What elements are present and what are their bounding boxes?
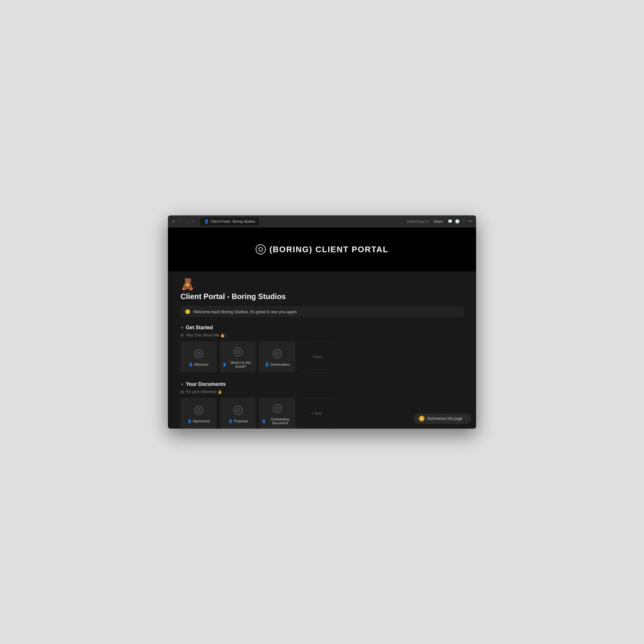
- card-icon-onboarding: [271, 402, 284, 415]
- tab-favicon: 👤: [204, 219, 209, 224]
- card-icon-whats-in-portal: [232, 346, 244, 358]
- card-icon-proposal: [232, 404, 244, 417]
- card-label-deliverables: 👤 Deliverables: [265, 363, 290, 367]
- hero-banner: (BORING) CLIENT PORTAL: [168, 227, 476, 271]
- summarize-label: Summarize this page: [427, 416, 463, 421]
- browser-window: ≡ ← → + 👤 Client Portal - Boring Studios…: [168, 215, 476, 429]
- tab-bar: 👤 Client Portal - Boring Studios: [200, 217, 404, 225]
- bear-emoji: 🧸: [180, 278, 464, 291]
- clock-icon[interactable]: 🕐: [455, 219, 460, 224]
- refresh-button[interactable]: +: [192, 218, 196, 224]
- section-get-started: ▼ Get Started ⊞ Step One (Read Me 🔥): [180, 325, 464, 373]
- card-agreement[interactable]: 👤 Agreement: [180, 398, 217, 429]
- card-welcome[interactable]: 👤 Welcome: [180, 341, 217, 373]
- welcome-text: Welcome back Boring Studios, it's great …: [193, 309, 297, 314]
- summarize-icon: Z: [419, 416, 425, 421]
- card-icon-deliverables: [271, 347, 284, 360]
- new-card-documents[interactable]: + New: [298, 398, 335, 429]
- forward-button[interactable]: →: [185, 218, 190, 224]
- boring-card-icon-deliverables: [273, 349, 282, 358]
- card-user-icon-onboarding: 👤: [262, 419, 266, 423]
- card-whats-in-portal[interactable]: 👤 What's in this portal?: [220, 341, 256, 373]
- summarize-button[interactable]: Z Summarize this page ›: [414, 414, 471, 424]
- page-header: 🧸 Client Portal - Boring Studios: [180, 271, 464, 306]
- welcome-banner: 🙂 Welcome back Boring Studios, it's grea…: [180, 306, 464, 317]
- card-user-icon-welcome: 👤: [189, 363, 193, 367]
- section-get-started-header: ▼ Get Started: [180, 325, 464, 330]
- page-body: 🧸 Client Portal - Boring Studios 🙂 Welco…: [168, 271, 476, 429]
- card-icon-agreement: [192, 404, 205, 417]
- browser-controls: ≡ ← → +: [172, 218, 195, 224]
- new-card-get-started[interactable]: + New: [298, 341, 335, 373]
- tab-title: Client Portal - Boring Studios: [211, 219, 255, 223]
- section-your-documents-header: ▼ Your Documents: [180, 381, 464, 387]
- section-title-documents: Your Documents: [186, 381, 226, 387]
- boring-logo-inner: [258, 247, 263, 252]
- card-label-agreement: 👤 Agreement: [187, 419, 210, 423]
- new-card-label-documents: + New: [311, 411, 322, 416]
- active-tab[interactable]: 👤 Client Portal - Boring Studios: [200, 217, 259, 225]
- card-deliverables[interactable]: 👤 Deliverables: [259, 341, 295, 373]
- comment-icon[interactable]: 💬: [448, 219, 452, 224]
- grid-icon-get-started: ⊞: [180, 333, 184, 337]
- section-toggle-get-started[interactable]: ▼: [180, 326, 184, 330]
- edited-label: Edited Aug 14: [407, 219, 429, 223]
- browser-actions: Edited Aug 14 Share 💬 🕐 ☆ •••: [407, 219, 472, 224]
- boring-card-icon-welcome: [194, 349, 203, 358]
- share-button[interactable]: Share: [431, 219, 445, 224]
- boring-card-icon-portal: [234, 347, 242, 356]
- new-card-label-get-started: + New: [311, 355, 322, 359]
- hero-title: (BORING) CLIENT PORTAL: [256, 244, 389, 254]
- cards-grid-get-started: 👤 Welcome 👤 What's in this portal?: [180, 341, 464, 373]
- grid-icon-documents: ⊞: [180, 390, 184, 394]
- section-title-get-started: Get Started: [186, 325, 213, 330]
- boring-card-icon-agreement: [194, 406, 203, 415]
- card-user-icon-agreement: 👤: [187, 419, 192, 423]
- back-button[interactable]: ←: [177, 218, 183, 224]
- section-subtitle-text-get-started: Step One (Read Me 🔥): [186, 333, 226, 337]
- card-label-onboarding: 👤 Onboarding Document: [262, 417, 293, 425]
- more-icon[interactable]: •••: [468, 219, 472, 224]
- card-label-portal: 👤 What's in this portal?: [222, 361, 253, 368]
- smiley-icon: 🙂: [185, 309, 190, 314]
- hero-title-text: (BORING) CLIENT PORTAL: [269, 245, 389, 254]
- card-proposal[interactable]: 👤 Proposal: [220, 398, 256, 429]
- page-content: (BORING) CLIENT PORTAL 🧸 Client Portal -…: [168, 227, 476, 429]
- card-user-icon-proposal: 👤: [228, 419, 233, 423]
- card-icon-welcome: [192, 347, 205, 360]
- menu-button[interactable]: ≡: [172, 218, 175, 224]
- card-user-icon-portal: 👤: [222, 363, 227, 367]
- section-toggle-documents[interactable]: ▼: [180, 382, 184, 386]
- cards-grid-documents: 👤 Agreement 👤 Proposal: [180, 398, 464, 429]
- card-onboarding[interactable]: 👤 Onboarding Document: [259, 398, 295, 429]
- boring-card-icon-proposal: [234, 406, 242, 415]
- page-title: Client Portal - Boring Studios: [180, 292, 464, 301]
- card-label-welcome: 👤 Welcome: [189, 363, 209, 367]
- section-subtitle-get-started: ⊞ Step One (Read Me 🔥): [180, 333, 464, 337]
- boring-logo-icon: [256, 244, 266, 254]
- section-subtitle-text-documents: For your reference 🔒: [186, 390, 222, 394]
- card-user-icon-deliverables: 👤: [265, 363, 269, 367]
- browser-chrome: ≡ ← → + 👤 Client Portal - Boring Studios…: [168, 215, 476, 227]
- card-label-proposal: 👤 Proposal: [228, 419, 247, 423]
- section-subtitle-documents: ⊞ For your reference 🔒: [180, 390, 464, 394]
- summarize-arrow-icon: ›: [465, 416, 466, 421]
- boring-card-icon-onboarding: [273, 404, 282, 413]
- star-icon[interactable]: ☆: [462, 219, 466, 224]
